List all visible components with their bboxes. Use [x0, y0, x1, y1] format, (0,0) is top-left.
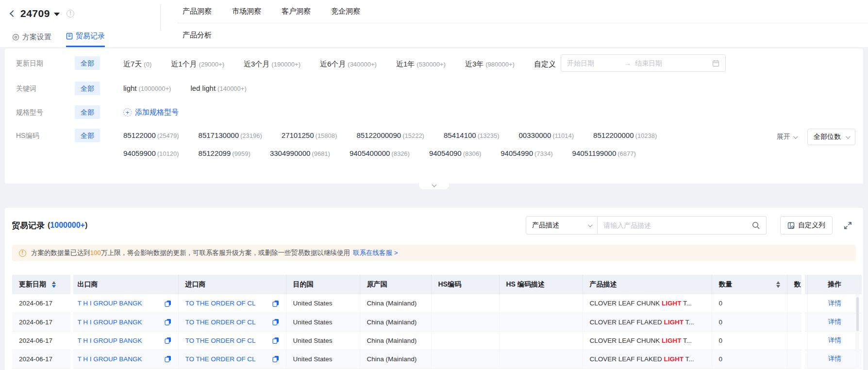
search-input[interactable] [603, 221, 752, 229]
copy-icon[interactable] [272, 319, 279, 325]
tab-product-analysis[interactable]: 产品分析 [183, 31, 212, 40]
tab-competitor-insight[interactable]: 竞企洞察 [331, 7, 360, 16]
custom-columns-button[interactable]: 自定义列 [780, 216, 833, 235]
date-option-1y[interactable]: 近1年(530000+) [396, 57, 446, 71]
sort-icons[interactable] [52, 281, 56, 288]
hs-code-option[interactable]: 85122000090(15222) [356, 129, 424, 143]
update-date-all-chip[interactable]: 全部 [75, 56, 100, 70]
cell-hs-code [431, 294, 499, 313]
hs-code-option[interactable]: 94059900(10120) [123, 147, 179, 161]
importer-link[interactable]: TO THE ORDER OF CL [185, 337, 256, 344]
copy-icon[interactable] [272, 355, 279, 362]
contact-support-link[interactable]: 联系在线客服 > [353, 249, 398, 256]
cell-product-desc: CLOVER LEAF FLAKED LIGHT T... [583, 313, 712, 331]
tab-plan-settings[interactable]: 方案设置 [12, 27, 51, 47]
cell-importer: TO THE ORDER OF CL [178, 294, 286, 313]
col-exporter: 出口商 [70, 275, 178, 294]
keyword-option-led-light[interactable]: led light(140000+) [190, 82, 246, 96]
hs-code-option[interactable]: 8517130000(23196) [199, 129, 262, 143]
date-range-picker[interactable]: → [561, 54, 726, 72]
hs-code-option[interactable]: 94051199000(6877) [572, 147, 636, 161]
hs-codes-line1: 85122000(25479) 8517130000(23196) 271012… [123, 129, 657, 143]
hs-all-chip[interactable]: 全部 [75, 129, 100, 142]
table-row[interactable]: 2024-06-17 T H I GROUP BANGK TO THE ORDE… [12, 331, 862, 350]
add-spec-button[interactable]: + 添加规格型号 [123, 105, 179, 119]
hs-code-option[interactable]: 27101250(15808) [282, 129, 337, 143]
plan-selector[interactable]: 24709 ! [11, 5, 74, 22]
tab-market-insight[interactable]: 市场洞察 [232, 7, 261, 16]
exporter-link[interactable]: T H I GROUP BANGK [78, 337, 142, 344]
detail-link[interactable]: 详情 [828, 318, 841, 325]
tab-trade-records[interactable]: 贸易记录 [66, 27, 105, 47]
hs-code-option[interactable]: 85122000(25479) [123, 129, 179, 143]
scrollbar-thumb[interactable] [856, 297, 859, 331]
hs-code-option[interactable]: 94054090(8306) [429, 147, 481, 161]
plus-icon: + [123, 108, 132, 117]
chevron-down-icon[interactable] [54, 13, 60, 16]
info-icon[interactable]: ! [67, 10, 74, 17]
importer-link[interactable]: TO THE ORDER OF CL [185, 319, 256, 326]
cell-importer: TO THE ORDER OF CL [178, 313, 286, 331]
hs-expand-button[interactable]: 展开 [777, 133, 797, 141]
date-option-6m[interactable]: 近6个月(340000+) [320, 57, 377, 71]
keyword-all-chip[interactable]: 全部 [75, 82, 100, 95]
keyword-option-light[interactable]: light(1000000+) [123, 82, 171, 96]
col-update-date[interactable]: 更新日期 [12, 275, 70, 294]
copy-icon[interactable] [165, 300, 171, 307]
hs-code-option[interactable]: 00330000(11014) [519, 129, 574, 143]
hs-code-option[interactable]: 85122099(9959) [199, 147, 250, 161]
hs-code-option[interactable]: 9405400000(8326) [350, 147, 410, 161]
vertical-scrollbar[interactable] [855, 294, 859, 369]
end-date-input[interactable] [635, 59, 688, 67]
search-field-select[interactable]: 产品描述 [526, 216, 598, 235]
tab-product-insight[interactable]: 产品洞察 [183, 7, 212, 16]
hs-code-option[interactable]: 8512200000(10238) [593, 129, 657, 143]
records-table: 更新日期 出口商 进口商 目的国 原产国 HS编码 HS 编码描述 产品描述 数… [12, 275, 859, 369]
hs-codes-line2: 94059900(10120) 85122099(9959) 330499000… [123, 147, 657, 161]
date-option-3y[interactable]: 近3年(980000+) [465, 57, 515, 71]
collapse-filters-button[interactable] [418, 182, 450, 190]
date-option-7d[interactable]: 近7天(0) [123, 57, 151, 71]
cell-destination: United States [286, 313, 360, 331]
spec-all-chip[interactable]: 全部 [75, 105, 100, 119]
table-row[interactable]: 2024-06-17 T H I GROUP BANGK TO THE ORDE… [12, 294, 862, 313]
date-option-1m[interactable]: 近1个月(29000+) [171, 57, 224, 71]
date-option-3m[interactable]: 近3个月(190000+) [244, 57, 300, 71]
table-row[interactable]: 2024-06-17 T H I GROUP BANGK TO THE ORDE… [12, 350, 862, 368]
fullscreen-icon[interactable] [843, 221, 852, 230]
copy-icon[interactable] [165, 355, 171, 362]
hs-code-option[interactable]: 3304990000(9681) [270, 147, 330, 161]
hs-code-option[interactable]: 85414100(13235) [444, 129, 500, 143]
hs-digits-select[interactable]: 全部位数 [807, 129, 855, 145]
copy-icon[interactable] [272, 337, 279, 344]
records-header: 贸易记录 (1000000+) 产品描述 自定义列 [5, 208, 863, 236]
importer-link[interactable]: TO THE ORDER OF CL [185, 355, 256, 363]
hs-code-option[interactable]: 94054990(7334) [501, 147, 552, 161]
copy-icon[interactable] [165, 337, 171, 344]
table-row[interactable]: 2024-06-17 T H I GROUP BANGK TO THE ORDE… [12, 313, 862, 331]
exporter-link[interactable]: T H I GROUP BANGK [78, 355, 142, 363]
tab-customer-insight[interactable]: 客户洞察 [282, 7, 311, 16]
col-quantity[interactable]: 数量 [712, 275, 787, 294]
cell-date: 2024-06-17 [12, 331, 70, 350]
date-custom-label[interactable]: 自定义 [534, 57, 556, 71]
warning-icon: ! [19, 250, 26, 257]
search-icon[interactable] [752, 221, 760, 230]
sort-icons[interactable] [776, 281, 780, 288]
copy-icon[interactable] [165, 319, 171, 325]
detail-link[interactable]: 详情 [828, 336, 841, 344]
exporter-link[interactable]: T H I GROUP BANGK [78, 319, 142, 326]
detail-link[interactable]: 详情 [828, 300, 841, 307]
search-box[interactable] [598, 216, 767, 235]
back-icon[interactable] [10, 10, 17, 17]
start-date-input[interactable] [567, 59, 620, 67]
filter-row-hs-code: HS编码 全部 85122000(25479) 8517130000(23196… [5, 119, 863, 161]
cell-exporter: T H I GROUP BANGK [70, 350, 178, 368]
exporter-link[interactable]: T H I GROUP BANGK [78, 300, 142, 307]
copy-icon[interactable] [272, 300, 279, 307]
cell-destination: United States [286, 294, 360, 313]
detail-link[interactable]: 详情 [828, 355, 841, 362]
plan-id[interactable]: 24709 [20, 8, 50, 19]
importer-link[interactable]: TO THE ORDER OF CL [185, 300, 256, 307]
settings-icon [12, 34, 19, 41]
